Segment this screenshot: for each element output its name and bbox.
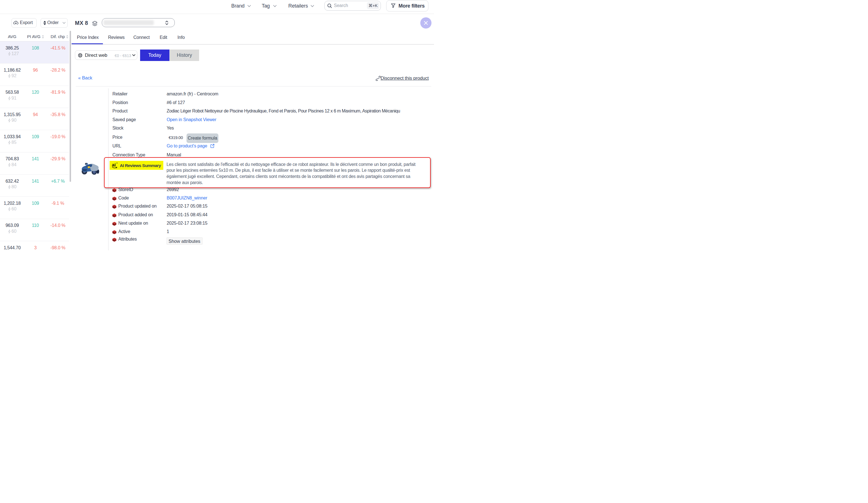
svg-text:ai: ai bbox=[112, 162, 116, 167]
